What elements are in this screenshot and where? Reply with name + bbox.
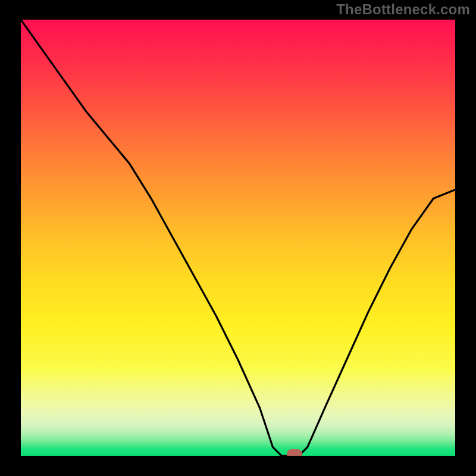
optimal-marker — [287, 449, 302, 456]
plot-area — [21, 20, 455, 456]
bottleneck-curve — [21, 20, 455, 456]
watermark-text: TheBottleneck.com — [336, 1, 470, 18]
chart-frame: TheBottleneck.com — [0, 0, 476, 476]
